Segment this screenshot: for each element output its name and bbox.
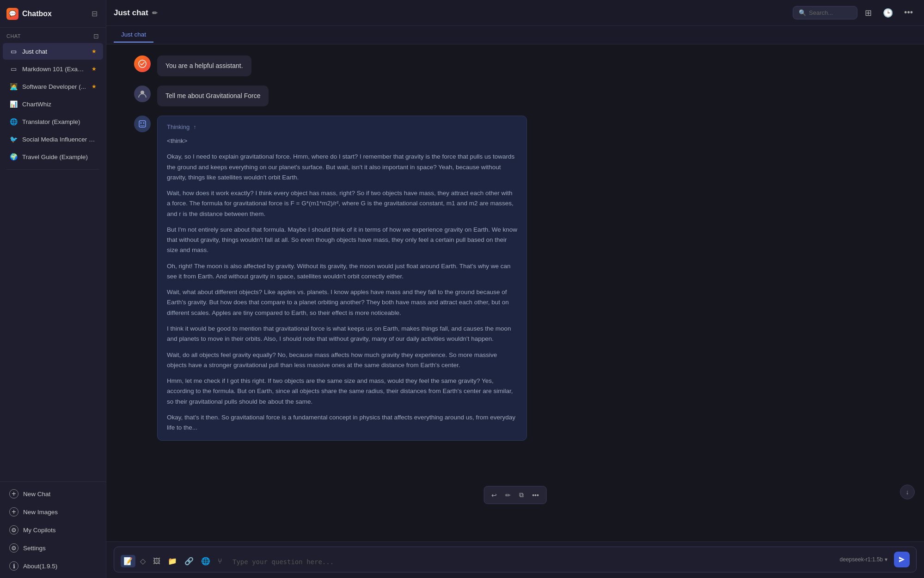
app-title: Chatbox	[22, 10, 86, 18]
new-chat-plus-icon: +	[9, 489, 18, 498]
about-icon: ℹ	[9, 561, 18, 571]
branch-tool-button[interactable]: ⑂	[215, 555, 225, 567]
send-button[interactable]	[894, 552, 910, 567]
svg-rect-2	[139, 121, 146, 127]
sidebar-item-social-media[interactable]: 🐦 Social Media Influencer (E...	[3, 131, 103, 148]
model-label: deepseek-r1:1.5b	[840, 556, 883, 563]
more-button[interactable]: •••	[528, 489, 543, 502]
search-icon: 🔍	[799, 9, 806, 16]
star-icon: ★	[92, 83, 97, 90]
sidebar-section-label: Chat ⊡	[0, 28, 106, 43]
sidebar-item-label: Travel Guide (Example)	[22, 154, 97, 160]
thinking-para-3: But I'm not entirely sure about that for…	[167, 225, 517, 256]
sidebar-item-label: Social Media Influencer (E...	[22, 136, 97, 143]
thinking-content: <think> Okay, so I need to explain gravi…	[167, 136, 517, 433]
folder-tool-button[interactable]: 📁	[165, 555, 180, 567]
input-toolbar: 📝 ◇ 🖼 📁 🔗 🌐 ⑂	[121, 555, 225, 567]
main-wrapper: You are a helpful assistant. Tell me abo…	[106, 44, 924, 578]
svg-point-4	[143, 123, 145, 124]
chat-icon: ▭	[9, 47, 18, 55]
thinking-para-1: Okay, so I need to explain gravitational…	[167, 152, 517, 183]
input-row: 📝 ◇ 🖼 📁 🔗 🌐 ⑂ deepseek-r1:1.5b ▾	[114, 547, 917, 572]
svg-point-3	[141, 123, 142, 124]
topbar-actions: 🔍 Search... ⊞ 🕒 •••	[793, 6, 917, 20]
system-message-bubble: You are a helpful assistant.	[157, 55, 251, 76]
thinking-header: Thinking ↑	[167, 123, 517, 130]
settings-icon: ⚙	[9, 543, 18, 553]
add-chat-icon[interactable]: ⊡	[93, 32, 99, 40]
edit-title-icon[interactable]: ✏	[152, 9, 158, 17]
thinking-block: Thinking ↑ <think> Okay, so I need to ex…	[157, 116, 527, 441]
floating-toolbar: ↩ ✏ ⧉ •••	[483, 486, 547, 504]
about-label: About(1.9.5)	[23, 563, 57, 570]
user-message-bubble: Tell me about Gravitational Force	[157, 86, 269, 106]
sidebar-header: 💬 Chatbox ⊟	[0, 0, 106, 28]
user-message-text: Tell me about Gravitational Force	[165, 92, 260, 99]
settings-button[interactable]: ⚙ Settings	[3, 539, 103, 557]
thinking-para-0: <think>	[167, 136, 517, 146]
system-message-text: You are a helpful assistant.	[165, 62, 243, 69]
thinking-label: Thinking	[167, 123, 190, 130]
scroll-to-bottom-button[interactable]: ↓	[900, 485, 915, 499]
text-tool-button[interactable]: 📝	[121, 555, 135, 567]
thinking-para-9: Okay, that's it then. So gravitational f…	[167, 412, 517, 433]
thinking-para-4: Oh, right! The moon is also affected by …	[167, 261, 517, 282]
edit-button[interactable]: ✏	[502, 489, 514, 502]
sidebar-item-chartwhiz[interactable]: 📊 ChartWhiz	[3, 96, 103, 112]
sidebar-item-label: Software Developer (...	[22, 83, 87, 90]
tab-just-chat[interactable]: Just chat	[114, 27, 153, 43]
model-selector[interactable]: deepseek-r1:1.5b ▾	[837, 555, 890, 564]
social-icon: 🐦	[9, 135, 18, 143]
chat-icon: ▭	[9, 65, 18, 73]
copilots-icon: ⚙	[9, 525, 18, 535]
ai-message-row: Thinking ↑ <think> Okay, so I need to ex…	[106, 116, 924, 441]
sidebar-item-translator[interactable]: 🌐 Translator (Example)	[3, 113, 103, 130]
new-images-label: New Images	[23, 509, 58, 516]
user-avatar	[134, 86, 151, 102]
history-button[interactable]: 🕒	[879, 6, 897, 20]
eraser-tool-button[interactable]: ◇	[137, 555, 148, 567]
new-chat-label: New Chat	[23, 491, 50, 498]
sidebar-item-markdown[interactable]: ▭ Markdown 101 (Exam... ★	[3, 61, 103, 77]
user-message-row: Tell me about Gravitational Force	[106, 86, 924, 106]
travel-icon: 🌍	[9, 153, 18, 161]
undo-button[interactable]: ↩	[488, 489, 501, 502]
image-tool-button[interactable]: 🖼	[150, 555, 163, 567]
layout-button[interactable]: ⊞	[861, 6, 875, 20]
sidebar-item-software-dev[interactable]: 🧑‍💻 Software Developer (... ★	[3, 78, 103, 95]
sidebar-item-label: Just chat	[22, 48, 87, 55]
copy-button[interactable]: ⧉	[515, 488, 527, 502]
about-button[interactable]: ℹ About(1.9.5)	[3, 557, 103, 575]
sidebar: 💬 Chatbox ⊟ Chat ⊡ ▭ Just chat ★ ▭ Markd…	[0, 0, 106, 578]
main-panel: Just chat ✏ 🔍 Search... ⊞ 🕒 ••• Just cha…	[106, 0, 924, 578]
sidebar-item-label: Markdown 101 (Exam...	[22, 66, 87, 73]
sidebar-item-just-chat[interactable]: ▭ Just chat ★	[3, 43, 103, 60]
sidebar-toggle-button[interactable]: ⊟	[90, 7, 99, 20]
sidebar-item-travel-guide[interactable]: 🌍 Travel Guide (Example)	[3, 148, 103, 165]
thinking-para-6: I think it would be good to mention that…	[167, 324, 517, 344]
system-message-row: You are a helpful assistant.	[106, 55, 924, 76]
topbar-title: Just chat ✏	[114, 8, 787, 18]
star-icon: ★	[92, 48, 97, 55]
thinking-para-2: Wait, how does it work exactly? I think …	[167, 188, 517, 219]
search-placeholder: Search...	[809, 9, 833, 16]
link-tool-button[interactable]: 🔗	[182, 555, 196, 567]
search-bar[interactable]: 🔍 Search...	[793, 6, 857, 19]
thinking-collapse-icon[interactable]: ↑	[193, 124, 196, 130]
chart-icon: 📊	[9, 100, 18, 108]
new-chat-button[interactable]: + New Chat	[3, 485, 103, 503]
more-options-button[interactable]: •••	[900, 6, 917, 19]
thinking-para-5: Wait, what about different objects? Like…	[167, 287, 517, 318]
sidebar-bottom: + New Chat + New Images ⚙ My Copilots ⚙ …	[0, 481, 106, 578]
settings-label: Settings	[23, 545, 46, 552]
bottom-bar: 📝 ◇ 🖼 📁 🔗 🌐 ⑂ deepseek-r1:1.5b ▾	[106, 541, 924, 578]
new-images-button[interactable]: + New Images	[3, 503, 103, 521]
my-copilots-button[interactable]: ⚙ My Copilots	[3, 521, 103, 539]
star-icon: ★	[92, 66, 97, 72]
message-input[interactable]	[233, 557, 832, 567]
model-chevron-icon: ▾	[885, 556, 887, 563]
sidebar-item-label: Translator (Example)	[22, 118, 97, 125]
sidebar-divider	[6, 169, 99, 170]
globe-tool-button[interactable]: 🌐	[198, 555, 213, 567]
chat-area[interactable]: You are a helpful assistant. Tell me abo…	[106, 44, 924, 541]
